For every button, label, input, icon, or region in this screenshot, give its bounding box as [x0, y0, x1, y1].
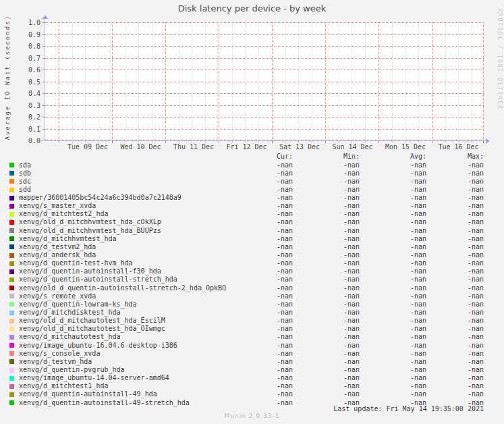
- series-color-swatch: [9, 400, 14, 405]
- x-axis-tick-label: Wed 10 Dec: [111, 143, 171, 151]
- legend-row: xenvg/d_testvm_hda-nan-nan-nan-nan: [9, 358, 484, 366]
- series-name: xenvg/image_ubuntu-16.04.6-desktop-i386: [19, 342, 177, 350]
- series-avg-value: -nan: [360, 358, 426, 366]
- x-axis-tick-label: Tue 09 Dec: [57, 143, 118, 151]
- series-cur-value: -nan: [226, 350, 293, 358]
- legend-label: xenvg/image_ubuntu-14.04-server-amd64: [9, 374, 226, 382]
- series-cur-value: -nan: [226, 210, 293, 218]
- series-cur-value: -nan: [226, 333, 293, 341]
- series-min-value: -nan: [293, 210, 360, 218]
- last-update: Last update: Fri May 14 19:35:00 2021: [333, 405, 484, 413]
- legend-header-spacer: [9, 152, 226, 161]
- x-axis-tick-label: Tue 16 Dec: [428, 143, 489, 151]
- series-avg-value: -nan: [360, 235, 426, 243]
- x-axis-minor-tick: [458, 141, 459, 142]
- x-axis-minor-tick: [125, 141, 126, 142]
- series-color-swatch: [9, 196, 14, 201]
- chart-title: Disk latency per device - by week: [0, 3, 504, 14]
- plot-area: [45, 22, 484, 140]
- series-avg-value: -nan: [360, 374, 426, 382]
- series-name: xenvg/d_mitchautotest_hda: [19, 333, 121, 341]
- series-avg-value: -nan: [360, 275, 426, 284]
- x-axis-major-tick: [379, 141, 379, 143]
- series-color-swatch: [9, 343, 14, 348]
- legend-row: xenvg/d_quentin-autoinstall-f30_hda-nan-…: [9, 267, 484, 275]
- series-name: mapper/36001405bc54c24a6c394bd0a7c2148a9: [19, 194, 181, 202]
- series-avg-value: -nan: [360, 169, 426, 178]
- x-axis-major-tick: [325, 141, 326, 143]
- legend-row: sda-nan-nan-nan-nan: [9, 161, 484, 169]
- grid-major-hline: [45, 22, 484, 23]
- series-avg-value: -nan: [360, 259, 426, 267]
- legend-label: xenvg/d_quentin-autoinstall-49_hda: [9, 390, 226, 398]
- series-name: xenvg/s_remote_xvda: [19, 292, 96, 300]
- series-max-value: -nan: [426, 292, 484, 300]
- y-axis-tick-label: 0.5: [13, 79, 40, 86]
- series-cur-value: -nan: [226, 251, 293, 259]
- munin-version: Munin 2.0.33-1: [0, 413, 504, 419]
- series-cur-value: -nan: [226, 374, 293, 382]
- legend-label: sdd: [9, 186, 226, 194]
- x-axis-tick-label: Mon 15 Dec: [375, 143, 436, 151]
- legend-label: xenvg/d_quentin-autoinstall-stretch_hda: [9, 275, 226, 284]
- legend-row: xenvg/d_quentin-lowram-ks_hda-nan-nan-na…: [9, 300, 484, 309]
- legend-label: xenvg/d_quentin-autoinstall-49-stretch_h…: [9, 399, 226, 407]
- x-axis-minor-tick: [365, 141, 366, 142]
- legend-label: xenvg/d_quentin-lowram-ks_hda: [9, 300, 226, 309]
- series-color-swatch: [9, 359, 14, 364]
- rrdtool-watermark: RRDTOOL / TOBI OETIKER: [497, 9, 503, 110]
- series-color-swatch: [9, 188, 14, 192]
- legend-row: xenvg/s_master_xvda-nan-nan-nan-nan: [9, 202, 484, 210]
- series-cur-value: -nan: [226, 243, 293, 251]
- grid-major-hline: [45, 117, 484, 117]
- series-cur-value: -nan: [226, 292, 293, 300]
- series-name: xenvg/d_quentin-lowram-ks_hda: [19, 300, 137, 309]
- series-min-value: -nan: [293, 333, 360, 341]
- series-avg-value: -nan: [360, 210, 426, 218]
- series-max-value: -nan: [426, 267, 484, 275]
- legend-label: xenvg/old_d_quentin-autoinstall-stretch-…: [9, 284, 226, 292]
- legend-label: xenvg/d_mitchtest2_hda: [9, 210, 226, 218]
- legend-label: sdc: [9, 178, 226, 186]
- series-avg-value: -nan: [360, 366, 426, 374]
- x-axis-minor-tick: [232, 141, 233, 142]
- series-color-swatch: [9, 335, 14, 340]
- series-min-value: -nan: [293, 202, 360, 210]
- series-color-swatch: [9, 384, 14, 389]
- legend-label: xenvg/d_testvm_hda: [9, 358, 226, 366]
- series-name: xenvg/d_testvm_hda: [19, 358, 92, 366]
- y-axis-tick-label: 0.6: [13, 67, 40, 74]
- grid-major-hline: [45, 34, 484, 35]
- series-name: xenvg/old_d_mitchautotest_hda_EscilM: [19, 317, 165, 325]
- series-max-value: -nan: [426, 235, 484, 243]
- legend-row: xenvg/d_mitchautotest_hda-nan-nan-nan-na…: [9, 333, 484, 341]
- series-max-value: -nan: [426, 325, 484, 333]
- series-avg-value: -nan: [360, 161, 426, 169]
- x-axis-minor-tick: [205, 141, 206, 142]
- series-max-value: -nan: [426, 178, 484, 186]
- x-axis-major-tick: [483, 141, 484, 143]
- legend-label: xenvg/d_testvm2_hda: [9, 243, 226, 251]
- series-cur-value: -nan: [226, 218, 293, 226]
- x-axis-minor-tick: [245, 141, 246, 142]
- series-cur-value: -nan: [226, 366, 293, 374]
- series-max-value: -nan: [426, 342, 484, 350]
- x-axis-minor-tick: [312, 141, 312, 142]
- x-axis-line: [41, 140, 486, 141]
- series-max-value: -nan: [426, 317, 484, 325]
- series-cur-value: -nan: [226, 186, 293, 194]
- series-avg-value: -nan: [360, 325, 426, 333]
- series-cur-value: -nan: [226, 259, 293, 267]
- series-name: xenvg/d_quentin-autoinstall-stretch_hda: [19, 275, 177, 284]
- series-name: xenvg/s_master_xvda: [19, 202, 96, 210]
- series-cur-value: -nan: [226, 275, 293, 284]
- series-max-value: -nan: [426, 333, 484, 341]
- series-min-value: -nan: [293, 292, 360, 300]
- series-cur-value: -nan: [226, 300, 293, 309]
- series-avg-value: -nan: [360, 243, 426, 251]
- series-cur-value: -nan: [226, 161, 293, 169]
- grid-major-hline: [45, 46, 484, 47]
- series-min-value: -nan: [293, 161, 360, 169]
- legend-row: xenvg/old_d_mitchautotest_hda_EscilM-nan…: [9, 317, 484, 325]
- x-axis-minor-tick: [352, 141, 352, 142]
